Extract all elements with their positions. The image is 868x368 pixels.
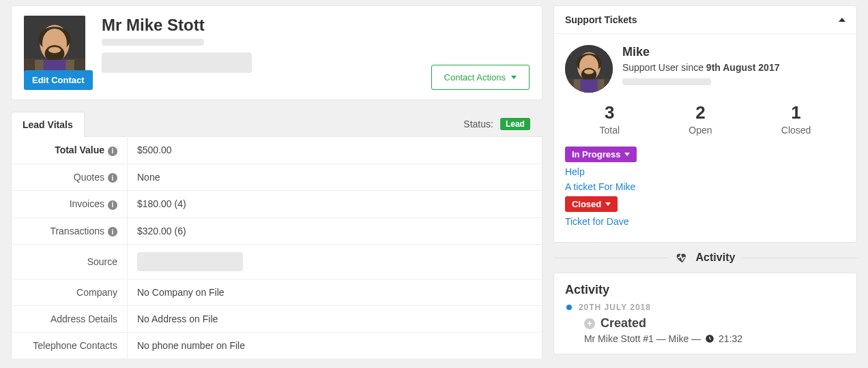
support-user-avatar (565, 45, 613, 93)
info-icon[interactable]: i (108, 200, 117, 210)
vitals-label: Address Details (50, 313, 117, 324)
vitals-row-address: Address Details No Address on File (12, 306, 542, 333)
stat-total: 3 Total (600, 102, 620, 136)
clock-icon (705, 334, 714, 343)
closed-label: Closed (572, 199, 601, 209)
closed-badge[interactable]: Closed (565, 196, 618, 212)
vitals-row-company: Company No Company on File (12, 279, 542, 306)
stat-label: Open (689, 125, 712, 136)
stat-open: 2 Open (689, 102, 712, 136)
support-since-prefix: Support User since (622, 62, 706, 73)
vitals-value: $180.00 (4) (128, 191, 542, 218)
chevron-up-icon (839, 18, 845, 22)
contact-actions-button[interactable]: Contact Actions (431, 65, 530, 90)
status-label: Status: (463, 119, 493, 129)
vitals-value: $320.00 (6) (128, 217, 542, 245)
vitals-row-transactions: Transactionsi $320.00 (6) (12, 217, 542, 245)
tab-lead-vitals[interactable]: Lead Vitals (11, 112, 85, 137)
info-icon[interactable]: i (108, 173, 117, 183)
vitals-label: Company (76, 287, 117, 298)
vitals-row-source: Source (12, 245, 542, 279)
info-icon[interactable]: i (108, 147, 117, 156)
caret-down-icon (624, 153, 630, 156)
in-progress-badge[interactable]: In Progress (565, 147, 637, 162)
support-tickets-panel: Support Tickets Mike Support User since … (553, 5, 857, 243)
vitals-row-invoices: Invoicesi $180.00 (4) (12, 191, 542, 218)
vitals-value: No Company on File (128, 279, 542, 306)
vitals-label: Telephone Contacts (33, 340, 117, 351)
stat-num: 1 (781, 102, 811, 123)
ticket-link[interactable]: A ticket For Mike (565, 181, 845, 192)
heartbeat-icon (676, 251, 689, 264)
ticket-link[interactable]: Help (565, 166, 845, 177)
contact-actions-label: Contact Actions (444, 72, 506, 82)
support-since: Support User since 9th August 2017 (622, 62, 780, 73)
vitals-value: No Address on File (128, 306, 542, 333)
edit-contact-button[interactable]: Edit Contact (24, 70, 93, 90)
vitals-label: Invoices (70, 198, 104, 209)
activity-divider: Activity (553, 251, 857, 264)
placeholder-subtitle (102, 39, 204, 46)
support-user-name: Mike (622, 45, 780, 59)
vitals-row-telephone: Telephone Contacts No phone number on Fi… (12, 333, 542, 359)
stat-label: Closed (781, 125, 811, 136)
info-icon[interactable]: i (108, 227, 117, 236)
vitals-label: Source (87, 256, 117, 267)
ticket-link[interactable]: Ticket for Dave (565, 216, 845, 227)
vitals-row-total-value: Total Valuei $500.00 (12, 137, 542, 164)
activity-divider-label: Activity (696, 251, 736, 264)
vitals-row-quotes: Quotesi None (12, 164, 542, 191)
vitals-value: None (128, 164, 542, 191)
timeline-date: 20TH JULY 2018 (579, 303, 845, 312)
contact-name: Mr Mike Stott (102, 16, 530, 35)
stat-num: 2 (689, 102, 712, 123)
lead-vitals-section: Lead Vitals Status: Lead Total Valuei $5… (11, 111, 542, 359)
stat-label: Total (600, 125, 620, 136)
vitals-value: $500.00 (128, 137, 542, 164)
event-subject: Mr Mike Stott #1 — Mike — (584, 333, 701, 344)
support-since-date: 9th August 2017 (706, 62, 780, 73)
support-placeholder (622, 78, 711, 85)
event-title: Created (601, 316, 646, 331)
activity-panel: Activity 20TH JULY 2018 + Created Mr Mik… (553, 273, 857, 354)
contact-header-card: Mr Mike Stott Edit Contact Contact Actio… (11, 5, 542, 100)
caret-down-icon (511, 76, 517, 79)
status-badge: Lead (500, 118, 530, 130)
activity-title: Activity (565, 283, 845, 297)
in-progress-label: In Progress (572, 149, 621, 159)
support-panel-title: Support Tickets (565, 14, 637, 25)
stat-num: 3 (600, 102, 620, 123)
stat-closed: 1 Closed (781, 102, 811, 136)
source-placeholder (137, 252, 243, 271)
support-panel-header[interactable]: Support Tickets (554, 6, 856, 34)
vitals-label: Total Value (55, 144, 104, 155)
plus-circle-icon: + (584, 318, 595, 329)
vitals-value: No phone number on File (128, 333, 542, 359)
event-time: 21:32 (719, 333, 742, 344)
caret-down-icon (605, 202, 611, 206)
vitals-label: Quotes (74, 172, 104, 183)
vitals-label: Transactions (50, 226, 104, 236)
